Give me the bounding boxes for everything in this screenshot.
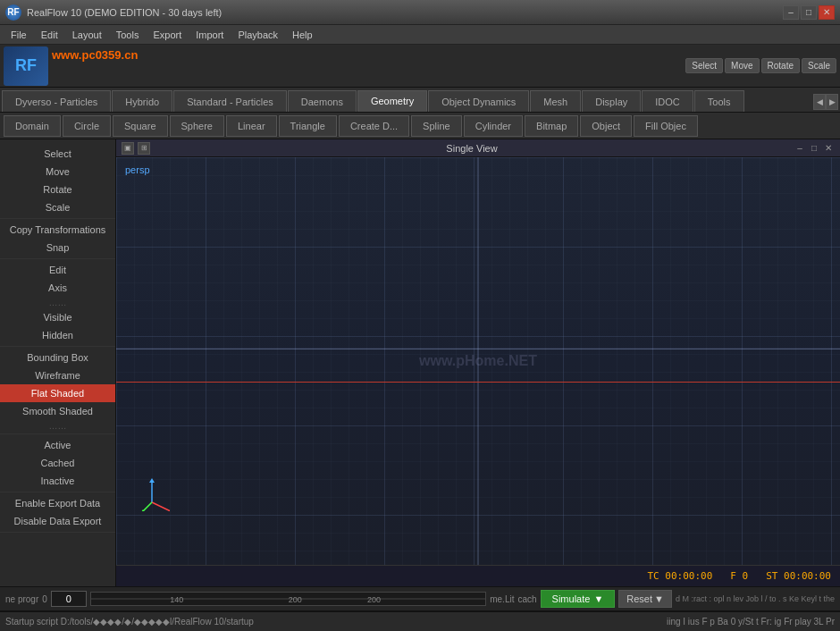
viewport-maximize[interactable]: □ bbox=[808, 142, 820, 155]
viewport-icon-grid[interactable]: ⊞ bbox=[138, 142, 150, 155]
tool-domain[interactable]: Domain bbox=[4, 115, 61, 137]
sidebar-rotate[interactable]: Rotate bbox=[0, 181, 115, 198]
sidebar-section-cache: Active Cached Inactive bbox=[0, 434, 115, 492]
simulate-dropdown-arrow[interactable]: ▼ bbox=[593, 593, 603, 604]
tab-standard-particles[interactable]: Standard - Particles bbox=[173, 90, 287, 112]
sidebar-dots-2: …… bbox=[0, 420, 115, 432]
info-bar: Startup script D:/tools/◆◆◆◆/◆/◆◆◆◆◆l/Re… bbox=[0, 611, 840, 631]
main-area: Select Move Rotate Scale Copy Transforma… bbox=[0, 139, 840, 586]
tool-cylinder[interactable]: Cylinder bbox=[464, 115, 523, 137]
rotate-tool[interactable]: Rotate bbox=[761, 58, 800, 73]
viewport-icon-lock[interactable]: ▣ bbox=[122, 142, 134, 155]
viewport-minimize[interactable]: – bbox=[794, 142, 806, 155]
sidebar-bounding-box[interactable]: Bounding Box bbox=[0, 349, 115, 366]
sidebar-select[interactable]: Select bbox=[0, 145, 115, 163]
tool-bitmap[interactable]: Bitmap bbox=[525, 115, 578, 137]
sidebar-smooth-shaded[interactable]: Smooth Shaded bbox=[0, 402, 115, 420]
move-tool[interactable]: Move bbox=[725, 58, 759, 73]
tab-scroll-right[interactable]: ▶ bbox=[826, 94, 838, 110]
sidebar-axis[interactable]: Axis bbox=[0, 279, 115, 297]
scale-tool[interactable]: Scale bbox=[802, 58, 836, 73]
sidebar-scale[interactable]: Scale bbox=[0, 198, 115, 216]
viewport-title: Single View bbox=[150, 143, 794, 154]
reset-dropdown-arrow[interactable]: ▼ bbox=[654, 593, 664, 604]
sidebar-edit[interactable]: Edit bbox=[0, 261, 115, 279]
tool-square[interactable]: Square bbox=[113, 115, 167, 137]
reset-button[interactable]: Reset ▼ bbox=[618, 590, 672, 608]
sidebar-visible[interactable]: Visible bbox=[0, 308, 115, 326]
maximize-button[interactable]: □ bbox=[801, 5, 817, 20]
title-text: RealFlow 10 (DEMO EDITION - 30 days left… bbox=[27, 7, 222, 18]
viewport-header-left: ▣ ⊞ bbox=[122, 142, 150, 155]
menu-layout[interactable]: Layout bbox=[65, 28, 109, 42]
sidebar-move[interactable]: Move bbox=[0, 163, 115, 181]
sidebar-section-copy: Copy Transformations Snap bbox=[0, 219, 115, 259]
tab-scroll-left[interactable]: ◀ bbox=[813, 94, 826, 110]
sidebar-hidden[interactable]: Hidden bbox=[0, 326, 115, 344]
menu-tools[interactable]: Tools bbox=[109, 28, 147, 42]
status-text: Startup script D:/tools/◆◆◆◆/◆/◆◆◆◆◆l/Re… bbox=[5, 617, 667, 627]
title-bar: RF RealFlow 10 (DEMO EDITION - 30 days l… bbox=[0, 0, 840, 25]
tab-geometry[interactable]: Geometry bbox=[357, 90, 427, 112]
bottom-bar: ne progr 0 140 200 200 me.Lit cach Simul… bbox=[0, 586, 840, 631]
menu-file[interactable]: File bbox=[4, 28, 34, 42]
toolbar-right: Select Move Rotate Scale bbox=[685, 58, 836, 73]
tool-sphere[interactable]: Sphere bbox=[170, 115, 224, 137]
simulate-button[interactable]: Simulate ▼ bbox=[541, 590, 616, 608]
tab-daemons[interactable]: Daemons bbox=[288, 90, 357, 112]
close-button[interactable]: ✕ bbox=[819, 5, 835, 20]
timeline-track[interactable]: 140 200 200 bbox=[90, 592, 486, 606]
sidebar-copy-transformations[interactable]: Copy Transformations bbox=[0, 221, 115, 239]
menu-bar: File Edit Layout Tools Export Import Pla… bbox=[0, 25, 840, 45]
tab-tools[interactable]: Tools bbox=[694, 90, 744, 112]
tab-hybrido[interactable]: Hybrido bbox=[112, 90, 172, 112]
menu-export[interactable]: Export bbox=[146, 28, 189, 42]
sidebar-disable-export[interactable]: Disable Data Export bbox=[0, 512, 115, 530]
minimize-button[interactable]: – bbox=[783, 5, 799, 20]
sidebar-flat-shaded[interactable]: Flat Shaded bbox=[0, 384, 115, 402]
sidebar-cached[interactable]: Cached bbox=[0, 454, 115, 472]
svg-text:140: 140 bbox=[170, 595, 183, 604]
viewport-close[interactable]: ✕ bbox=[822, 142, 835, 155]
tool-circle[interactable]: Circle bbox=[63, 115, 111, 137]
viewport-watermark: www.pHome.NET bbox=[419, 353, 537, 369]
tool-spline[interactable]: Spline bbox=[411, 115, 462, 137]
sidebar: Select Move Rotate Scale Copy Transforma… bbox=[0, 139, 116, 586]
tab-display[interactable]: Display bbox=[582, 90, 641, 112]
viewport-header: ▣ ⊞ Single View – □ ✕ bbox=[116, 139, 840, 157]
menu-import[interactable]: Import bbox=[189, 28, 231, 42]
tab-idoc[interactable]: IDOC bbox=[642, 90, 693, 112]
timeline-bar: ne progr 0 140 200 200 me.Lit cach Simul… bbox=[0, 587, 840, 611]
select-tool[interactable]: Select bbox=[685, 58, 723, 73]
sidebar-section-shading: Bounding Box Wireframe Flat Shaded Smoot… bbox=[0, 347, 115, 434]
timecode-bar: TC 00:00:00 F 0 ST 00:00:00 bbox=[116, 565, 840, 586]
sidebar-section-export: Enable Export Data Disable Data Export bbox=[0, 492, 115, 533]
menu-playback[interactable]: Playback bbox=[231, 28, 285, 42]
tool-linear[interactable]: Linear bbox=[226, 115, 277, 137]
menu-edit[interactable]: Edit bbox=[34, 28, 65, 42]
viewport-red-line bbox=[116, 382, 840, 383]
sidebar-wireframe[interactable]: Wireframe bbox=[0, 366, 115, 384]
app-icon: RF bbox=[5, 4, 21, 21]
tool-tab-bar: Domain Circle Square Sphere Linear Trian… bbox=[0, 113, 840, 139]
sidebar-enable-export[interactable]: Enable Export Data bbox=[0, 494, 115, 512]
sidebar-inactive[interactable]: Inactive bbox=[0, 472, 115, 490]
frame-input[interactable] bbox=[51, 591, 87, 607]
tab-dyverso[interactable]: Dyverso - Particles bbox=[2, 90, 111, 112]
svg-text:200: 200 bbox=[367, 595, 381, 604]
title-controls[interactable]: – □ ✕ bbox=[783, 5, 835, 20]
logo-bar: RF www.pc0359.cn Select Move Rotate Scal… bbox=[0, 45, 840, 88]
viewport[interactable]: persp www.pHome.NET bbox=[116, 157, 840, 565]
menu-help[interactable]: Help bbox=[285, 28, 320, 42]
sidebar-active[interactable]: Active bbox=[0, 436, 115, 454]
tool-object[interactable]: Object bbox=[580, 115, 632, 137]
tool-triangle[interactable]: Triangle bbox=[279, 115, 337, 137]
logo-url: www.pc0359.cn bbox=[52, 48, 138, 62]
tool-create-d[interactable]: Create D... bbox=[339, 115, 409, 137]
tool-fill-object[interactable]: Fill Objec bbox=[634, 115, 698, 137]
tab-mesh[interactable]: Mesh bbox=[530, 90, 581, 112]
tab-object-dynamics[interactable]: Object Dynamics bbox=[428, 90, 529, 112]
sidebar-snap[interactable]: Snap bbox=[0, 239, 115, 257]
timeline-zero-label: 0 bbox=[42, 594, 47, 604]
tab-bar: Dyverso - Particles Hybrido Standard - P… bbox=[0, 88, 840, 113]
